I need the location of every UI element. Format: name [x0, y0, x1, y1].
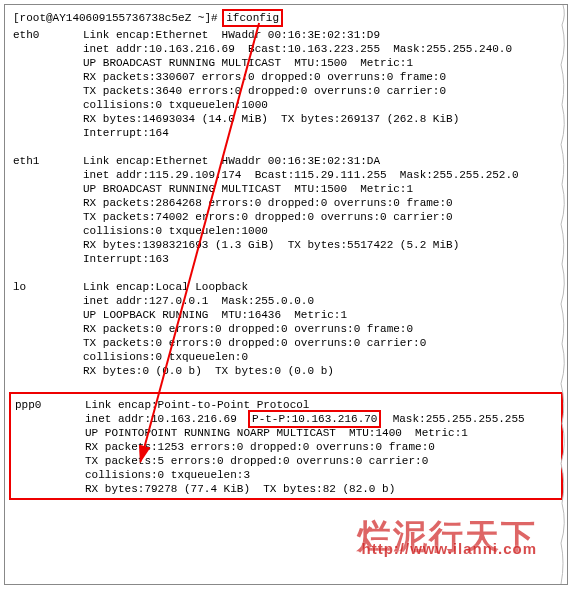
lo-line1: Link encap:Local Loopback — [83, 280, 248, 294]
ppp0-line4: RX packets:1253 errors:0 dropped:0 overr… — [85, 440, 435, 454]
lo-line3: UP LOOPBACK RUNNING MTU:16436 Metric:1 — [83, 308, 347, 322]
eth0-line2: inet addr:10.163.216.69 Bcast:10.163.223… — [83, 42, 512, 56]
shell-prompt: [root@AY140609155736738c5eZ ~]# — [13, 11, 218, 25]
eth0-line3: UP BROADCAST RUNNING MULTICAST MTU:1500 … — [83, 56, 413, 70]
lo-line5: TX packets:0 errors:0 dropped:0 overruns… — [83, 336, 426, 350]
command-text: ifconfig — [226, 12, 279, 24]
iface-lo: loLink encap:Local Loopback inet addr:12… — [13, 280, 559, 378]
iface-name: eth0 — [13, 28, 83, 42]
terminal-screenshot: [root@AY140609155736738c5eZ ~]# ifconfig… — [4, 4, 568, 585]
eth0-line1: Link encap:Ethernet HWaddr 00:16:3E:02:3… — [83, 28, 380, 42]
watermark: 烂泥行天下 http://www.ilanni.com — [357, 530, 537, 556]
ppp0-line5: TX packets:5 errors:0 dropped:0 overruns… — [85, 454, 428, 468]
watermark-url: http://www.ilanni.com — [357, 542, 537, 556]
eth1-line1: Link encap:Ethernet HWaddr 00:16:3E:02:3… — [83, 154, 380, 168]
iface-eth0: eth0Link encap:Ethernet HWaddr 00:16:3E:… — [13, 28, 559, 140]
eth0-line7: RX bytes:14693034 (14.0 MiB) TX bytes:26… — [83, 112, 459, 126]
watermark-text: 烂泥行天下 — [357, 518, 537, 555]
ppp0-line2c: Mask:255.255.255.255 — [379, 412, 524, 426]
iface-name: ppp0 — [15, 398, 85, 412]
ppp0-ptp: P-t-P:10.163.216.70 — [252, 413, 377, 425]
lo-line6: collisions:0 txqueuelen:0 — [83, 350, 248, 364]
prompt-line: [root@AY140609155736738c5eZ ~]# ifconfig — [13, 11, 559, 25]
eth1-line4: RX packets:2864268 errors:0 dropped:0 ov… — [83, 196, 453, 210]
iface-name: lo — [13, 280, 83, 294]
ppp0-line7: RX bytes:79278 (77.4 KiB) TX bytes:82 (8… — [85, 482, 395, 496]
eth1-line5: TX packets:74002 errors:0 dropped:0 over… — [83, 210, 453, 224]
eth1-line3: UP BROADCAST RUNNING MULTICAST MTU:1500 … — [83, 182, 413, 196]
command-highlight-box: ifconfig — [222, 9, 283, 27]
eth0-line6: collisions:0 txqueuelen:1000 — [83, 98, 268, 112]
lo-line7: RX bytes:0 (0.0 b) TX bytes:0 (0.0 b) — [83, 364, 334, 378]
eth1-line2: inet addr:115.29.109.174 Bcast:115.29.11… — [83, 168, 519, 182]
iface-eth1: eth1Link encap:Ethernet HWaddr 00:16:3E:… — [13, 154, 559, 266]
eth0-line5: TX packets:3640 errors:0 dropped:0 overr… — [83, 84, 446, 98]
eth1-line7: RX bytes:1398321693 (1.3 GiB) TX bytes:5… — [83, 238, 459, 252]
iface-name: eth1 — [13, 154, 83, 168]
ppp0-line3: UP POINTOPOINT RUNNING NOARP MULTICAST M… — [85, 426, 468, 440]
ppp0-line6: collisions:0 txqueuelen:3 — [85, 468, 250, 482]
lo-line2: inet addr:127.0.0.1 Mask:255.0.0.0 — [83, 294, 314, 308]
lo-line4: RX packets:0 errors:0 dropped:0 overruns… — [83, 322, 413, 336]
ppp0-line2a: inet addr:10.163.216.69 — [85, 412, 250, 426]
eth0-line4: RX packets:330607 errors:0 dropped:0 ove… — [83, 70, 446, 84]
eth0-line8: Interrupt:164 — [83, 126, 169, 140]
ppp0-highlight-box: ppp0Link encap:Point-to-Point Protocol i… — [9, 392, 563, 500]
eth1-line6: collisions:0 txqueuelen:1000 — [83, 224, 268, 238]
eth1-line8: Interrupt:163 — [83, 252, 169, 266]
